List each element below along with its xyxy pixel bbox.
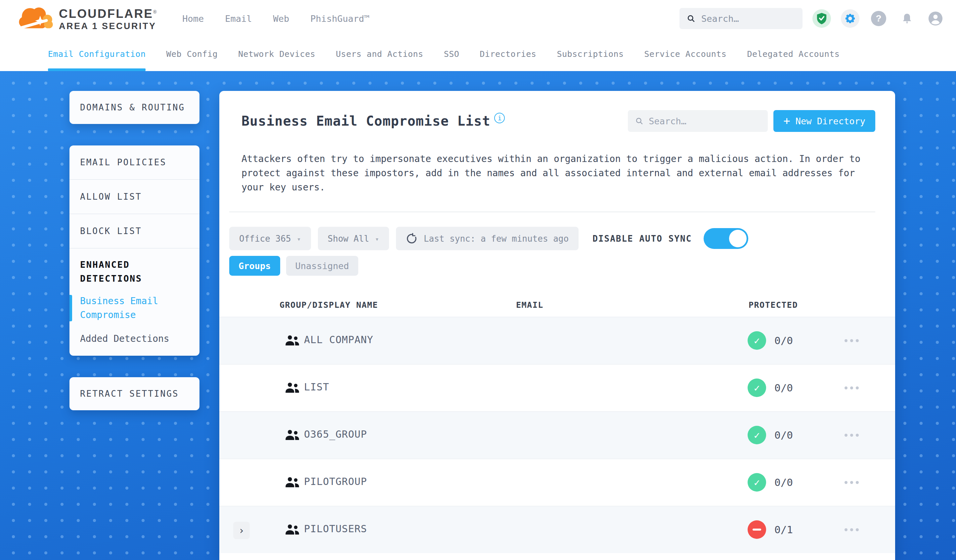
auto-sync-label: DISABLE AUTO SYNC: [593, 234, 692, 244]
expand-row-button[interactable]: ›: [233, 522, 250, 539]
sidebar-item-block-list[interactable]: BLOCK LIST: [69, 214, 200, 249]
divider: [229, 212, 875, 212]
search-icon: [687, 14, 695, 24]
top-nav-home[interactable]: Home: [182, 14, 204, 24]
table-row[interactable]: O365_GROUP ✓ 0/0: [219, 411, 895, 458]
top-nav-web[interactable]: Web: [273, 14, 289, 24]
table-header: GROUP/DISPLAY NAME EMAIL PROTECTED: [219, 298, 895, 317]
group-name: ALL COMPANY: [304, 334, 373, 345]
row-actions-icon[interactable]: [844, 481, 859, 484]
group-name: O365_GROUP: [304, 428, 367, 440]
table-row[interactable]: › PILOTUSERS 0/1: [219, 506, 895, 553]
tab-subscriptions[interactable]: Subscriptions: [557, 37, 624, 71]
brand-logo[interactable]: CLOUDFLARE® AREA 1 SECURITY: [17, 4, 156, 33]
view-tab-groups[interactable]: Groups: [229, 256, 280, 276]
page-title: Business Email Compromise List: [242, 113, 490, 129]
top-nav-email[interactable]: Email: [225, 14, 252, 24]
table-row[interactable]: LIST ✓ 0/0: [219, 364, 895, 411]
page-description: Attackers often try to impersonate execu…: [242, 152, 870, 195]
column-group-display-name: GROUP/DISPLAY NAME: [280, 300, 378, 310]
group-icon: [285, 334, 300, 347]
group-icon: [285, 476, 300, 489]
view-tab-unassigned[interactable]: Unassigned: [286, 256, 358, 276]
sidebar-item-email-policies[interactable]: EMAIL POLICIES: [69, 146, 200, 180]
filters-row: Office 365 ▾ Show All ▾ Last sync: a few…: [229, 227, 872, 250]
group-icon: [285, 428, 300, 442]
search-icon: [635, 116, 643, 125]
group-name: LIST: [304, 381, 329, 393]
brand-text: CLOUDFLARE® AREA 1 SECURITY: [59, 5, 156, 32]
info-icon[interactable]: i: [494, 113, 505, 123]
caret-down-icon: ▾: [297, 235, 301, 243]
column-email: EMAIL: [516, 300, 544, 310]
account-icon: [928, 11, 943, 26]
row-actions-icon[interactable]: [844, 528, 859, 531]
row-actions-icon[interactable]: [844, 386, 859, 389]
sidebar-card-domains-routing[interactable]: DOMAINS & ROUTING: [69, 91, 200, 124]
sidebar-item-enhanced-detections[interactable]: ENHANCED DETECTIONS: [80, 258, 163, 285]
group-name: PILOTGROUP: [304, 476, 367, 487]
tab-web-config[interactable]: Web Config: [166, 37, 218, 71]
toggle-knob: [729, 230, 747, 247]
column-protected: PROTECTED: [748, 300, 798, 310]
sidebar-card-retract-settings[interactable]: RETRACT SETTINGS: [69, 377, 200, 410]
help-button[interactable]: ?: [870, 9, 888, 28]
group-icon: [285, 523, 300, 536]
protected-count: 0/1: [774, 524, 793, 535]
table-row[interactable]: ALL COMPANY ✓ 0/0: [219, 317, 895, 364]
minus-icon: [753, 529, 761, 530]
list-search-input[interactable]: [649, 116, 761, 126]
chevron-right-icon: ›: [239, 525, 244, 536]
protected-status-icon: ✓: [748, 473, 766, 492]
sidebar-item-retract-settings[interactable]: RETRACT SETTINGS: [80, 389, 179, 399]
top-nav-phishguard[interactable]: PhishGuard™: [310, 14, 370, 24]
table-row[interactable]: PILOTGROUP ✓ 0/0: [219, 458, 895, 506]
tab-email-configuration[interactable]: Email Configuration: [48, 37, 146, 71]
sidebar-item-domains-routing[interactable]: DOMAINS & ROUTING: [80, 102, 185, 112]
sidebar-card-policies: EMAIL POLICIES ALLOW LIST BLOCK LIST ENH…: [69, 146, 200, 356]
refresh-icon: [406, 233, 417, 244]
bell-icon: [901, 13, 913, 25]
last-sync-button[interactable]: Last sync: a few minutes ago: [396, 227, 579, 250]
show-filter-dropdown[interactable]: Show All ▾: [318, 227, 389, 250]
tab-service-accounts[interactable]: Service Accounts: [645, 37, 727, 71]
view-tabs: Groups Unassigned: [229, 256, 875, 276]
tab-sso[interactable]: SSO: [444, 37, 459, 71]
plus-icon: +: [783, 115, 790, 126]
sidebar-item-added-detections[interactable]: Added Detections: [80, 332, 189, 346]
protected-count: 0/0: [774, 334, 793, 347]
registered-mark: ®: [153, 9, 156, 14]
auto-sync-toggle[interactable]: [704, 228, 748, 249]
account-button[interactable]: [926, 9, 945, 28]
global-search[interactable]: [679, 8, 802, 29]
main-panel: Business Email Compromise List i + New D…: [219, 91, 895, 560]
settings-button[interactable]: [841, 9, 859, 28]
sidebar-item-allow-list[interactable]: ALLOW LIST: [69, 180, 200, 214]
active-indicator: [69, 295, 72, 321]
list-search[interactable]: [628, 110, 768, 132]
groups-table: GROUP/DISPLAY NAME EMAIL PROTECTED ALL C…: [219, 298, 895, 553]
tab-users-and-actions[interactable]: Users and Actions: [336, 37, 423, 71]
security-status-button[interactable]: [813, 9, 831, 28]
protected-status-icon: ✓: [748, 426, 766, 444]
brand-title: CLOUDFLARE®: [59, 5, 156, 20]
protected-status-icon: ✓: [748, 331, 766, 350]
group-icon: [285, 381, 300, 394]
row-actions-icon[interactable]: [844, 339, 859, 342]
tab-delegated-accounts[interactable]: Delegated Accounts: [747, 37, 840, 71]
connector-dropdown[interactable]: Office 365 ▾: [229, 227, 311, 250]
tab-network-devices[interactable]: Network Devices: [238, 37, 315, 71]
sidebar: DOMAINS & ROUTING EMAIL POLICIES ALLOW L…: [69, 91, 200, 410]
help-icon: ?: [871, 11, 886, 26]
tab-directories[interactable]: Directories: [480, 37, 536, 71]
new-directory-button[interactable]: + New Directory: [774, 110, 875, 132]
protected-count: 0/0: [774, 382, 793, 394]
sidebar-item-business-email-compromise[interactable]: Business Email Compromise: [80, 294, 166, 322]
notifications-button[interactable]: [898, 9, 916, 28]
global-search-input[interactable]: [701, 14, 795, 24]
brand-subtitle: AREA 1 SECURITY: [59, 20, 156, 32]
app-header: CLOUDFLARE® AREA 1 SECURITY Home Email W…: [0, 0, 956, 37]
row-actions-icon[interactable]: [844, 434, 859, 437]
shield-check-icon: [816, 12, 827, 25]
top-nav: Home Email Web PhishGuard™: [182, 14, 370, 24]
